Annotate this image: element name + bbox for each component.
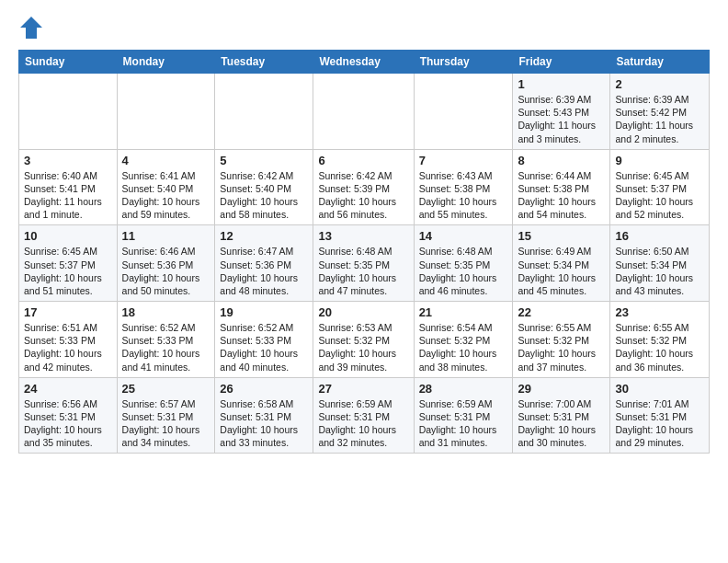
calendar-header: SundayMondayTuesdayWednesdayThursdayFrid… — [19, 51, 710, 74]
day-number: 3 — [24, 154, 112, 167]
day-number: 24 — [24, 382, 112, 396]
cell-info: Sunrise: 6:52 AM — [220, 321, 308, 334]
calendar-cell: 22Sunrise: 6:55 AMSunset: 5:32 PMDayligh… — [513, 302, 610, 378]
calendar-body: 1Sunrise: 6:39 AMSunset: 5:43 PMDaylight… — [19, 74, 710, 454]
cell-info: Daylight: 10 hours and 36 minutes. — [615, 347, 704, 373]
calendar-cell: 13Sunrise: 6:48 AMSunset: 5:35 PMDayligh… — [313, 225, 414, 302]
day-number: 30 — [615, 382, 704, 396]
cell-info: Sunrise: 7:01 AM — [615, 397, 704, 410]
day-number: 4 — [122, 154, 210, 167]
cell-info: Daylight: 10 hours and 31 minutes. — [419, 423, 508, 449]
cell-info: Daylight: 10 hours and 30 minutes. — [518, 423, 605, 449]
cell-info: Sunrise: 6:42 AM — [318, 169, 408, 182]
cell-info: Sunrise: 6:41 AM — [122, 169, 210, 182]
day-number: 21 — [419, 305, 508, 319]
day-number: 1 — [518, 77, 605, 91]
cell-info: Daylight: 10 hours and 56 minutes. — [318, 195, 408, 221]
cell-info: Sunrise: 6:48 AM — [318, 245, 408, 258]
day-number: 18 — [122, 305, 210, 319]
cell-info: Sunrise: 6:39 AM — [518, 93, 605, 106]
calendar-cell — [313, 74, 414, 150]
cell-info: Sunrise: 6:40 AM — [24, 169, 112, 182]
cell-info: Daylight: 10 hours and 48 minutes. — [220, 271, 308, 297]
cell-info: Sunrise: 6:42 AM — [220, 169, 308, 182]
calendar-cell: 24Sunrise: 6:56 AMSunset: 5:31 PMDayligh… — [19, 377, 118, 454]
cell-info: Sunset: 5:33 PM — [122, 334, 210, 347]
day-number: 2 — [615, 77, 704, 91]
cell-info: Sunrise: 6:55 AM — [615, 321, 704, 334]
day-number: 25 — [122, 382, 210, 396]
header — [18, 15, 710, 40]
day-number: 28 — [419, 382, 508, 396]
cell-info: Daylight: 10 hours and 39 minutes. — [318, 347, 408, 373]
cell-info: Sunrise: 6:59 AM — [318, 397, 408, 410]
calendar-cell: 26Sunrise: 6:58 AMSunset: 5:31 PMDayligh… — [215, 377, 313, 454]
cell-info: Sunrise: 7:00 AM — [518, 397, 605, 410]
calendar-cell: 12Sunrise: 6:47 AMSunset: 5:36 PMDayligh… — [215, 225, 313, 302]
cell-info: Sunset: 5:37 PM — [24, 259, 112, 271]
calendar-cell: 7Sunrise: 6:43 AMSunset: 5:38 PMDaylight… — [414, 149, 513, 225]
calendar-cell: 19Sunrise: 6:52 AMSunset: 5:33 PMDayligh… — [215, 302, 313, 378]
cell-info: Sunset: 5:34 PM — [615, 259, 704, 271]
weekday-header-friday: Friday — [513, 51, 610, 74]
calendar-cell: 27Sunrise: 6:59 AMSunset: 5:31 PMDayligh… — [313, 377, 414, 454]
cell-info: Sunset: 5:31 PM — [419, 410, 508, 423]
calendar-cell: 9Sunrise: 6:45 AMSunset: 5:37 PMDaylight… — [610, 149, 710, 225]
day-number: 16 — [615, 229, 704, 243]
cell-info: Daylight: 10 hours and 29 minutes. — [615, 423, 704, 449]
day-number: 17 — [24, 305, 112, 319]
day-number: 26 — [220, 382, 308, 396]
calendar-cell: 6Sunrise: 6:42 AMSunset: 5:39 PMDaylight… — [313, 149, 414, 225]
cell-info: Sunrise: 6:43 AM — [419, 169, 508, 182]
calendar-cell: 16Sunrise: 6:50 AMSunset: 5:34 PMDayligh… — [610, 225, 710, 302]
cell-info: Sunset: 5:32 PM — [318, 334, 408, 347]
calendar-week-3: 10Sunrise: 6:45 AMSunset: 5:37 PMDayligh… — [19, 225, 710, 302]
calendar-cell: 10Sunrise: 6:45 AMSunset: 5:37 PMDayligh… — [19, 225, 118, 302]
cell-info: Daylight: 10 hours and 34 minutes. — [122, 423, 210, 449]
cell-info: Sunset: 5:31 PM — [518, 410, 605, 423]
cell-info: Sunset: 5:43 PM — [518, 106, 605, 119]
cell-info: Sunset: 5:33 PM — [24, 334, 112, 347]
calendar-week-1: 1Sunrise: 6:39 AMSunset: 5:43 PMDaylight… — [19, 74, 710, 150]
cell-info: Daylight: 10 hours and 33 minutes. — [220, 423, 308, 449]
calendar-cell: 1Sunrise: 6:39 AMSunset: 5:43 PMDaylight… — [513, 74, 610, 150]
cell-info: Sunrise: 6:56 AM — [24, 397, 112, 410]
cell-info: Sunrise: 6:58 AM — [220, 397, 308, 410]
calendar-cell: 28Sunrise: 6:59 AMSunset: 5:31 PMDayligh… — [414, 377, 513, 454]
cell-info: Sunrise: 6:52 AM — [122, 321, 210, 334]
day-number: 23 — [615, 305, 704, 319]
cell-info: Sunset: 5:31 PM — [615, 410, 704, 423]
calendar-cell — [117, 74, 215, 150]
cell-info: Sunset: 5:42 PM — [615, 106, 704, 119]
weekday-header-thursday: Thursday — [414, 51, 513, 74]
calendar-cell: 20Sunrise: 6:53 AMSunset: 5:32 PMDayligh… — [313, 302, 414, 378]
cell-info: Sunset: 5:31 PM — [24, 410, 112, 423]
day-number: 27 — [318, 382, 408, 396]
weekday-header-row: SundayMondayTuesdayWednesdayThursdayFrid… — [19, 51, 710, 74]
day-number: 9 — [615, 154, 704, 167]
cell-info: Sunrise: 6:39 AM — [615, 93, 704, 106]
cell-info: Sunset: 5:41 PM — [24, 182, 112, 195]
cell-info: Sunset: 5:36 PM — [122, 259, 210, 271]
calendar-cell: 8Sunrise: 6:44 AMSunset: 5:38 PMDaylight… — [513, 149, 610, 225]
cell-info: Daylight: 10 hours and 46 minutes. — [419, 271, 508, 297]
cell-info: Daylight: 10 hours and 55 minutes. — [419, 195, 508, 221]
cell-info: Sunset: 5:32 PM — [615, 334, 704, 347]
cell-info: Daylight: 10 hours and 40 minutes. — [220, 347, 308, 373]
day-number: 19 — [220, 305, 308, 319]
day-number: 15 — [518, 229, 605, 243]
logo — [18, 15, 48, 40]
svg-marker-1 — [20, 17, 42, 39]
cell-info: Sunset: 5:35 PM — [419, 259, 508, 271]
day-number: 12 — [220, 229, 308, 243]
cell-info: Sunrise: 6:51 AM — [24, 321, 112, 334]
weekday-header-monday: Monday — [117, 51, 215, 74]
calendar-cell: 18Sunrise: 6:52 AMSunset: 5:33 PMDayligh… — [117, 302, 215, 378]
cell-info: Sunset: 5:35 PM — [318, 259, 408, 271]
cell-info: Daylight: 10 hours and 52 minutes. — [615, 195, 704, 221]
cell-info: Daylight: 10 hours and 35 minutes. — [24, 423, 112, 449]
cell-info: Sunset: 5:38 PM — [419, 182, 508, 195]
cell-info: Daylight: 10 hours and 42 minutes. — [24, 347, 112, 373]
day-number: 13 — [318, 229, 408, 243]
logo-icon — [18, 15, 44, 40]
